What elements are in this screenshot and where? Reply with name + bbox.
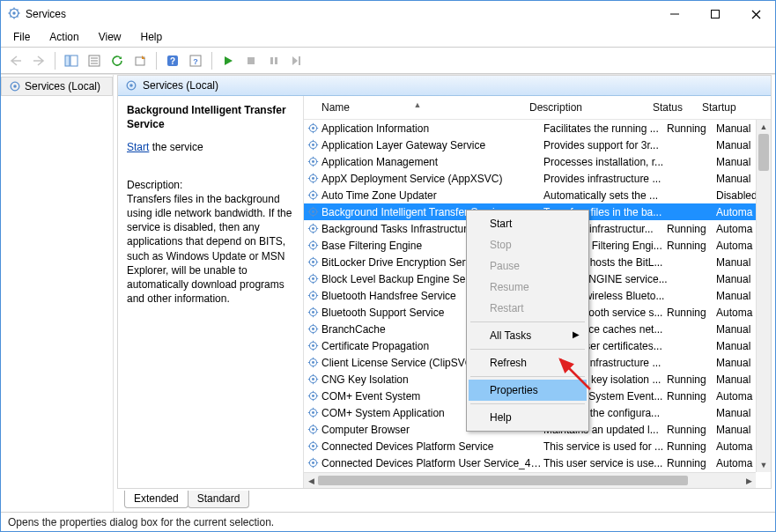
svg-point-118 — [312, 361, 314, 364]
refresh-button[interactable] — [107, 51, 127, 70]
service-name-cell: Application Management — [320, 156, 543, 168]
gear-icon — [306, 390, 320, 402]
service-startup-cell: Manual — [716, 290, 760, 302]
service-desc-cell: This user service is use... — [543, 457, 667, 469]
svg-rect-15 — [70, 55, 78, 66]
svg-point-82 — [312, 261, 314, 263]
vertical-scrollbar[interactable]: ▲ ▼ — [756, 120, 771, 472]
svg-rect-27 — [275, 57, 277, 64]
service-name-cell: Application Information — [320, 122, 543, 135]
column-header-name[interactable]: Name ▲ — [306, 101, 529, 114]
description-label: Description: — [127, 178, 294, 192]
service-desc-cell: Automatically sets the ... — [543, 189, 667, 202]
service-row[interactable]: Application InformationFacilitates the r… — [304, 120, 771, 137]
menu-help[interactable]: Help — [137, 29, 166, 45]
start-service-link[interactable]: Start — [127, 141, 149, 153]
view-tabs: Extended Standard — [117, 489, 772, 508]
service-desc-cell: This service is used for ... — [543, 440, 667, 453]
service-startup-cell: Automa — [716, 307, 760, 319]
service-startup-cell: Manual — [716, 340, 760, 352]
svg-point-58 — [312, 194, 314, 196]
svg-point-34 — [312, 127, 314, 129]
scroll-up-arrow[interactable]: ▲ — [757, 120, 771, 134]
column-header-description[interactable]: Description — [529, 101, 653, 114]
window-title: Services — [26, 8, 662, 20]
gear-icon — [306, 256, 320, 268]
menu-item-stop: Stop — [469, 234, 587, 255]
menu-item-resume: Resume — [469, 277, 587, 298]
tree-pane: Services (Local) — [1, 75, 114, 512]
right-pane: Services (Local) Background Intelligent … — [114, 75, 775, 512]
tree-item-label: Services (Local) — [25, 80, 100, 92]
menu-item-properties[interactable]: Properties — [469, 380, 587, 401]
start-service-button[interactable] — [218, 51, 238, 70]
close-button[interactable] — [743, 5, 768, 23]
service-startup-cell: Automa — [716, 457, 760, 469]
svg-point-52 — [312, 177, 314, 180]
title-bar: Services — [1, 1, 775, 27]
service-startup-cell: Manual — [716, 323, 760, 336]
back-button[interactable] — [6, 51, 26, 70]
maximize-button[interactable] — [703, 5, 728, 23]
help-topics-button[interactable]: ? — [186, 51, 205, 70]
svg-text:?: ? — [170, 56, 175, 66]
scroll-right-arrow[interactable]: ▶ — [742, 477, 756, 485]
service-row[interactable]: Connected Devices Platform ServiceThis s… — [304, 438, 771, 454]
status-text: Opens the properties dialog box for the … — [8, 516, 274, 528]
tab-standard[interactable]: Standard — [188, 491, 250, 508]
gear-icon — [306, 206, 320, 218]
stop-service-button[interactable] — [241, 51, 261, 70]
service-desc-cell: Provides infrastructure ... — [543, 173, 667, 185]
service-row[interactable]: Application Layer Gateway ServiceProvide… — [304, 137, 771, 153]
show-hide-tree-button[interactable] — [62, 51, 81, 70]
tree-item-services-local[interactable]: Services (Local) — [1, 77, 113, 96]
menu-item-restart: Restart — [469, 298, 587, 319]
forward-button[interactable] — [29, 51, 48, 70]
service-status-cell: Running — [667, 390, 716, 403]
gear-icon — [306, 307, 320, 318]
svg-point-94 — [312, 294, 314, 297]
service-row[interactable]: Application ManagementProcesses installa… — [304, 153, 771, 170]
column-header-startup[interactable]: Startup — [702, 101, 746, 114]
menu-separator — [470, 321, 585, 322]
gear-icon — [306, 340, 320, 351]
pause-service-button[interactable] — [264, 51, 284, 70]
menu-action[interactable]: Action — [46, 29, 82, 45]
scroll-left-arrow[interactable]: ◀ — [304, 477, 318, 485]
menu-view[interactable]: View — [95, 29, 125, 45]
help-button[interactable]: ? — [163, 51, 182, 70]
menu-item-refresh[interactable]: Refresh — [469, 352, 587, 373]
context-menu: StartStopPauseResumeRestartAll Tasks▶Ref… — [466, 210, 589, 432]
horizontal-scrollbar[interactable]: ◀ ▶ — [304, 472, 756, 488]
service-row[interactable]: Auto Time Zone UpdaterAutomatically sets… — [304, 187, 771, 203]
tab-extended[interactable]: Extended — [124, 491, 188, 508]
menu-item-start[interactable]: Start — [469, 213, 587, 234]
svg-rect-28 — [299, 56, 300, 65]
svg-point-106 — [312, 328, 314, 330]
svg-point-40 — [312, 144, 314, 146]
service-name-cell: Connected Devices Platform User Service_… — [320, 457, 543, 469]
service-row[interactable]: Connected Devices Platform User Service_… — [304, 454, 771, 471]
scrollbar-thumb-vertical[interactable] — [758, 134, 769, 171]
menu-item-help[interactable]: Help — [469, 407, 587, 428]
service-desc-cell: Processes installation, r... — [543, 156, 667, 168]
menu-item-pause: Pause — [469, 255, 587, 277]
service-status-cell: Running — [667, 424, 716, 436]
service-startup-cell: Automa — [716, 240, 760, 252]
column-header-status[interactable]: Status — [653, 101, 702, 114]
svg-rect-11 — [712, 11, 720, 18]
list-header: Name ▲ Description Status Startup — [304, 96, 771, 120]
svg-rect-14 — [65, 55, 70, 66]
service-row[interactable]: AppX Deployment Service (AppXSVC)Provide… — [304, 170, 771, 187]
service-startup-cell: Automa — [716, 390, 760, 403]
menu-file[interactable]: File — [10, 29, 33, 45]
export-list-button[interactable] — [130, 51, 150, 70]
restart-service-button[interactable] — [287, 51, 307, 70]
scroll-down-arrow[interactable]: ▼ — [757, 458, 771, 472]
scrollbar-thumb-horizontal[interactable] — [318, 476, 688, 485]
minimize-button[interactable] — [662, 5, 687, 23]
service-name-cell: Application Layer Gateway Service — [320, 139, 543, 151]
svg-rect-26 — [270, 57, 273, 64]
properties-button[interactable] — [85, 51, 104, 70]
menu-item-all-tasks[interactable]: All Tasks▶ — [469, 325, 587, 346]
